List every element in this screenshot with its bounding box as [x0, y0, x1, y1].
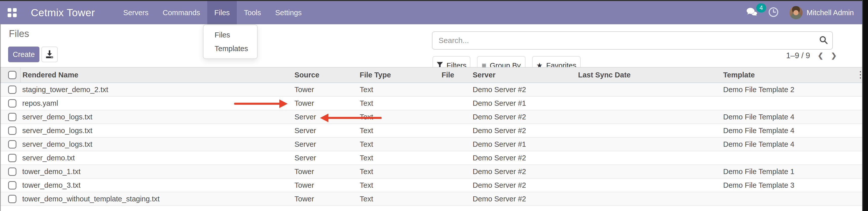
- row-checkbox[interactable]: [8, 126, 17, 135]
- column-header-source[interactable]: Source: [290, 67, 355, 83]
- row-checkbox[interactable]: [8, 99, 17, 108]
- cell-server: Demo Server #2: [468, 151, 574, 165]
- cell-server: Demo Server #2: [468, 83, 574, 96]
- user-name: Mitchell Admin: [807, 9, 854, 17]
- cell-template: Demo File Template 4: [719, 138, 862, 151]
- table-row[interactable]: server_demo_logs.txtServerTextDemo Serve…: [0, 124, 862, 138]
- table-row[interactable]: server_demo.txtServerTextDemo Server #2: [0, 151, 862, 165]
- row-checkbox[interactable]: [8, 86, 17, 94]
- cell-server: Demo Server #1: [468, 96, 574, 110]
- top-navbar: Cetmix Tower ServersCommandsFilesToolsSe…: [0, 1, 868, 24]
- cell-server: Demo Server #1: [468, 138, 574, 151]
- cell-file-type: Text: [355, 192, 437, 206]
- cell-source: Tower: [290, 83, 355, 96]
- search-icon: [819, 35, 828, 46]
- cell-template: Demo File Template 4: [719, 110, 862, 124]
- table-row[interactable]: server_demo_logs.txtServerTextDemo Serve…: [0, 110, 862, 124]
- messages-button[interactable]: 4: [746, 7, 757, 18]
- column-header-rendered-name[interactable]: Rendered Name: [21, 67, 290, 83]
- messages-count-badge: 4: [756, 3, 766, 12]
- cell-template: Demo File Template 1: [719, 165, 862, 178]
- row-checkbox[interactable]: [8, 140, 17, 149]
- table-row[interactable]: tower_demo_1.txtTowerTextDemo Server #2D…: [0, 165, 862, 178]
- table-row[interactable]: tower_demo_3.txtTowerTextDemo Server #2D…: [0, 178, 862, 192]
- nav-item-servers[interactable]: Servers: [116, 1, 156, 24]
- table-header-row: Rendered NameSourceFile TypeFileServerLa…: [0, 67, 862, 83]
- export-button[interactable]: [41, 47, 58, 62]
- files-list-view: Rendered NameSourceFile TypeFileServerLa…: [0, 67, 862, 206]
- cell-last-sync-date: [574, 110, 719, 124]
- cell-file: [437, 165, 468, 178]
- cell-source: Server: [290, 138, 355, 151]
- cell-rendered-name: tower_demo_1.txt: [21, 165, 290, 178]
- annotation-arrow-right: [234, 99, 288, 108]
- column-header-file-type[interactable]: File Type: [355, 67, 437, 83]
- nav-item-settings[interactable]: Settings: [268, 1, 309, 24]
- cell-last-sync-date: [574, 192, 719, 206]
- cell-file-type: Text: [355, 96, 437, 110]
- nav-item-commands[interactable]: Commands: [156, 1, 207, 24]
- cell-last-sync-date: [574, 178, 719, 192]
- cell-last-sync-date: [574, 165, 719, 178]
- row-checkbox-cell: [0, 124, 21, 138]
- apps-menu-button[interactable]: [0, 1, 17, 24]
- cell-last-sync-date: [574, 124, 719, 138]
- window-top-edge: [0, 0, 868, 1]
- cell-server: Demo Server #2: [468, 124, 574, 138]
- window-right-edge: [862, 0, 868, 211]
- table-row[interactable]: staging_tower_demo_2.txtTowerTextDemo Se…: [0, 83, 862, 96]
- cell-template: [719, 96, 862, 110]
- main-menu: ServersCommandsFilesToolsSettings: [116, 1, 309, 24]
- table-row[interactable]: repos.yamlTowerTextDemo Server #1: [0, 96, 862, 110]
- cell-file-type: Text: [355, 151, 437, 165]
- select-all-checkbox[interactable]: [8, 71, 17, 79]
- cell-file: [437, 138, 468, 151]
- cell-server: Demo Server #2: [468, 178, 574, 192]
- cell-source: Server: [290, 151, 355, 165]
- pager-previous-button[interactable]: ❮: [818, 52, 824, 60]
- search-submit[interactable]: [815, 35, 832, 46]
- row-checkbox[interactable]: [8, 168, 17, 176]
- download-icon: [45, 49, 54, 60]
- cell-file-type: Text: [355, 178, 437, 192]
- user-menu-button[interactable]: Mitchell Admin: [789, 6, 854, 19]
- row-checkbox[interactable]: [8, 154, 17, 162]
- navbar-right-group: 4 Mitchell Admin: [746, 1, 868, 24]
- create-button[interactable]: Create: [8, 47, 39, 62]
- cell-last-sync-date: [574, 83, 719, 96]
- pager-next-button[interactable]: ❯: [831, 52, 837, 60]
- row-checkbox-cell: [0, 151, 21, 165]
- row-checkbox-cell: [0, 83, 21, 96]
- annotation-arrow-left: [320, 114, 382, 122]
- nav-item-files[interactable]: Files: [207, 1, 237, 24]
- cell-file: [437, 178, 468, 192]
- cell-rendered-name: server_demo.txt: [21, 151, 290, 165]
- column-header-template[interactable]: Template: [719, 67, 862, 83]
- cell-template: [719, 151, 862, 165]
- row-checkbox[interactable]: [8, 195, 17, 203]
- search-input[interactable]: [432, 36, 815, 45]
- select-all-cell: [0, 67, 21, 83]
- nav-item-tools[interactable]: Tools: [237, 1, 268, 24]
- page-title: Files: [9, 28, 29, 39]
- cell-template: [719, 192, 862, 206]
- cell-source: Tower: [290, 178, 355, 192]
- cell-file: [437, 124, 468, 138]
- row-checkbox-cell: [0, 178, 21, 192]
- cell-source: Tower: [290, 192, 355, 206]
- table-row[interactable]: tower_demo_without_template_staging.txtT…: [0, 192, 862, 206]
- row-checkbox-cell: [0, 96, 21, 110]
- cell-file: [437, 96, 468, 110]
- activities-button[interactable]: [768, 7, 779, 19]
- row-checkbox[interactable]: [8, 181, 17, 189]
- column-header-file[interactable]: File: [437, 67, 468, 83]
- row-checkbox[interactable]: [8, 113, 17, 121]
- cell-file-type: Text: [355, 138, 437, 151]
- dropdown-item-files[interactable]: Files: [204, 28, 257, 42]
- dropdown-item-templates[interactable]: Templates: [204, 42, 257, 55]
- row-checkbox-cell: [0, 192, 21, 206]
- column-header-server[interactable]: Server: [468, 67, 574, 83]
- column-header-last-sync-date[interactable]: Last Sync Date: [574, 67, 719, 83]
- cell-template: Demo File Template 4: [719, 124, 862, 138]
- table-row[interactable]: server_demo_logs.txtServerTextDemo Serve…: [0, 138, 862, 151]
